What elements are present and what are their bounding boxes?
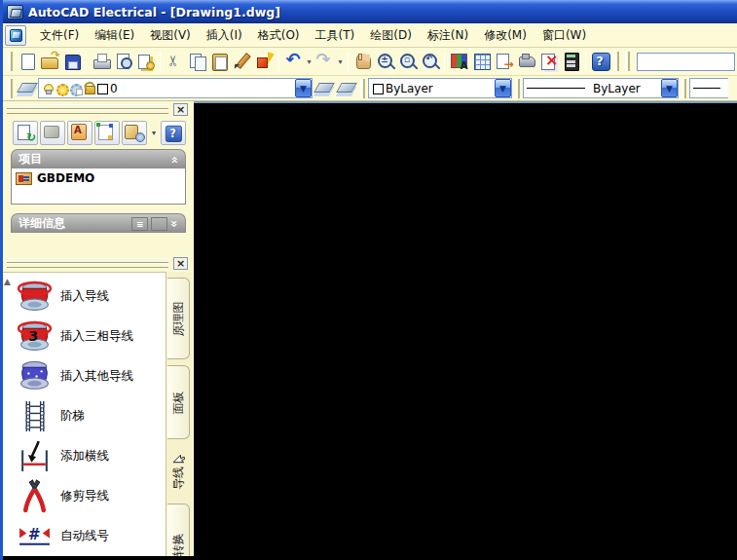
project-section-header[interactable]: 项目 » [11, 149, 186, 168]
redo-dropdown[interactable] [336, 51, 345, 73]
tool-ladder[interactable]: 阶梯 [5, 396, 166, 436]
quickcalc-button[interactable] [560, 51, 582, 73]
layer-previous-button[interactable] [335, 77, 357, 99]
details-blank-button[interactable] [151, 217, 167, 231]
zoom-realtime-button[interactable] [374, 51, 396, 73]
details-section-header[interactable]: 详细信息 ≡ » [11, 213, 186, 233]
layer-unlock-icon[interactable] [83, 82, 95, 95]
menu-window[interactable]: 窗口(W) [534, 24, 594, 47]
redo-icon [315, 52, 335, 71]
plot-button[interactable] [90, 51, 112, 73]
undo-button[interactable] [282, 51, 305, 73]
layer-dropdown-button[interactable] [295, 79, 312, 97]
tab-convert[interactable]: 转换 [167, 504, 190, 560]
menu-file[interactable]: 文件(F) [32, 24, 87, 47]
menu-format[interactable]: 格式(O) [250, 24, 308, 47]
undo-dropdown[interactable] [305, 51, 313, 73]
project-plot-dropdown[interactable] [149, 121, 159, 145]
toolbar-grip[interactable] [614, 52, 619, 71]
lineweight-combobox[interactable] [689, 78, 728, 98]
new-button[interactable] [16, 51, 38, 73]
tool-insert-other-wire[interactable]: 插入其他导线 [5, 356, 166, 396]
layer-on-icon[interactable] [42, 82, 55, 95]
tool-label: 自动线号 [60, 528, 109, 544]
toolbar-grip[interactable] [515, 79, 520, 98]
tool-auto-wire-number[interactable]: # 自动线号 [5, 516, 166, 556]
tab-panel[interactable]: 面板 [167, 365, 190, 439]
open-button[interactable] [38, 51, 60, 73]
toolbar-grip[interactable] [682, 79, 686, 98]
paste-button[interactable] [208, 51, 231, 73]
project-new-drawing-button[interactable] [94, 121, 120, 145]
title-bar[interactable]: AutoCAD Electrical - [Drawing1.dwg] [3, 0, 737, 23]
cut-button[interactable] [164, 51, 186, 73]
menu-view[interactable]: 视图(V) [142, 24, 199, 47]
icon-menu-button[interactable] [470, 51, 493, 73]
zoom-previous-button[interactable] [419, 51, 441, 73]
linetype-dropdown-button[interactable] [661, 79, 678, 97]
layer-combobox[interactable]: 0 [38, 78, 313, 98]
zoom-window-button[interactable] [396, 51, 419, 73]
tool-add-rung[interactable]: 添加横线 [5, 436, 166, 476]
menu-edit[interactable]: 编辑(E) [87, 24, 142, 47]
menu-tools[interactable]: 工具(T) [308, 24, 363, 47]
project-palette-grabbar[interactable] [5, 103, 190, 116]
redo-button[interactable] [313, 51, 336, 73]
toolbar-grip[interactable] [8, 52, 13, 71]
menu-insert[interactable]: 插入(I) [199, 24, 250, 47]
collapse-chevron-icon[interactable]: » [167, 156, 181, 164]
tool-palette-grabbar[interactable] [5, 257, 190, 270]
layer-properties-button[interactable] [16, 77, 38, 99]
machine-tool-button[interactable] [515, 51, 537, 73]
menu-modify[interactable]: 修改(M) [476, 24, 534, 47]
layer-freeze-vp-icon[interactable] [69, 82, 82, 95]
symbol-builder-button[interactable] [448, 51, 470, 73]
toolbar-grip[interactable] [625, 52, 630, 71]
tab-label: 导线 [170, 467, 187, 490]
layer-states-button[interactable] [313, 77, 335, 99]
project-refresh-button[interactable] [13, 121, 38, 145]
tool-label: 修剪导线 [60, 488, 109, 504]
layer-color-swatch[interactable] [96, 82, 109, 95]
export-sheet-button[interactable] [493, 51, 515, 73]
document-menu-button[interactable] [5, 25, 26, 46]
symbol-builder-icon [450, 52, 469, 71]
publish-button[interactable] [134, 51, 157, 73]
linetype-combobox[interactable]: ByLayer [523, 78, 679, 98]
copy-button[interactable] [186, 51, 208, 73]
toolbar-text-field[interactable] [637, 53, 735, 71]
color-dropdown-button[interactable] [495, 79, 511, 97]
print-preview-icon [114, 52, 133, 71]
save-button[interactable] [60, 51, 83, 73]
scroll-up-icon[interactable]: ▲ [4, 277, 11, 286]
project-help-button[interactable] [161, 121, 186, 145]
color-combobox[interactable]: ByLayer [368, 78, 512, 98]
tab-wires[interactable]: 导线 [167, 445, 190, 498]
plot-preview-button[interactable] [112, 51, 134, 73]
tool-insert-three-phase-wire[interactable]: 3 插入三相导线 [5, 317, 166, 356]
toolbar-grip[interactable] [8, 79, 13, 98]
project-plot-button[interactable] [122, 121, 147, 145]
tool-trim-wire[interactable]: 修剪导线 [5, 476, 166, 516]
tool-palette-close-button[interactable] [173, 257, 188, 270]
quick-properties-button[interactable] [253, 51, 276, 73]
erase-drawing-button[interactable] [537, 51, 560, 73]
toolbar-grip[interactable] [360, 79, 365, 98]
help-button[interactable] [589, 51, 611, 73]
project-list-item[interactable]: GBDEMO [16, 171, 181, 185]
expand-chevron-icon[interactable]: » [167, 220, 181, 228]
layer-thaw-icon[interactable] [55, 82, 68, 95]
menu-draw[interactable]: 绘图(D) [362, 24, 420, 47]
tool-insert-wire[interactable]: 插入导线 [5, 277, 166, 317]
project-find-button[interactable] [67, 121, 92, 145]
details-list-view-button[interactable]: ≡ [131, 217, 148, 231]
tab-schematic[interactable]: 原理图 [167, 278, 190, 359]
menu-dimension[interactable]: 标注(N) [420, 24, 476, 47]
clipboard-icon [210, 52, 230, 71]
pan-button[interactable] [351, 51, 374, 73]
project-palette-close-button[interactable] [173, 103, 188, 116]
match-properties-button[interactable] [231, 51, 253, 73]
toolbar-separator [348, 52, 349, 71]
drawing-canvas[interactable] [194, 101, 737, 560]
project-wizard-button[interactable] [40, 121, 65, 145]
